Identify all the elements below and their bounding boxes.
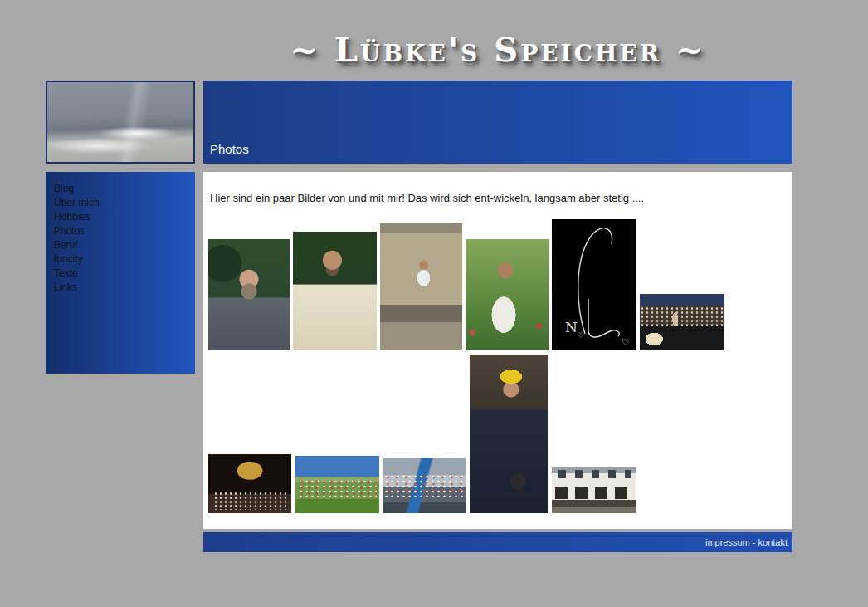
kontakt-link[interactable]: kontakt	[758, 537, 788, 547]
section-banner: Photos	[203, 81, 792, 164]
photo-helmet-cave[interactable]	[470, 355, 548, 513]
sidebar-item-funcity[interactable]: funcity	[54, 252, 195, 267]
footer-bar: impressum - kontakt	[203, 532, 792, 552]
sidebar-item-blog[interactable]: Blog	[54, 182, 195, 196]
sidebar-item-hobbies[interactable]: Hobbies	[54, 210, 195, 224]
svg-text:♡: ♡	[578, 331, 584, 340]
sidebar-item-texte[interactable]: Texte	[54, 267, 195, 281]
sidebar-item-links[interactable]: Links	[54, 281, 195, 295]
intro-text: Hier sind ein paar Bilder von und mit mi…	[210, 192, 786, 205]
building-doors-texture	[555, 487, 632, 499]
impressum-link[interactable]: impressum	[705, 537, 750, 547]
sidebar-item-photos[interactable]: Photos	[54, 224, 195, 238]
photo-harbor-group[interactable]	[383, 458, 466, 513]
section-title: Photos	[210, 142, 249, 156]
photo-row-1: N ♡ ♡	[208, 219, 786, 350]
photo-light-painting[interactable]: N ♡ ♡	[552, 219, 636, 350]
sidebar-header-photo	[46, 81, 195, 164]
svg-text:♡: ♡	[622, 337, 630, 348]
sidebar-nav: Blog Über mich Hobbies Photos Beruf func…	[46, 172, 195, 374]
sidebar-item-beruf[interactable]: Beruf	[54, 238, 195, 252]
photo-festival-crowd[interactable]	[640, 294, 724, 350]
photo-portrait-glasses[interactable]	[208, 239, 290, 350]
site-title: ~ Lübke's Speicher ~	[203, 30, 792, 69]
photo-bench-brick-wall[interactable]	[380, 223, 462, 350]
crowd-texture	[640, 306, 724, 326]
photo-row-2	[208, 355, 786, 513]
sidebar-item-ueber-mich[interactable]: Über mich	[54, 196, 195, 210]
light-painting-strokes: N ♡ ♡	[552, 219, 636, 350]
photo-garden-tshirt[interactable]	[466, 239, 549, 350]
crowd-texture	[298, 479, 377, 500]
photo-hall-mural-group[interactable]	[208, 454, 291, 513]
main-content: Hier sind ein paar Bilder von und mit mi…	[203, 172, 792, 529]
page: ~ Lübke's Speicher ~ Photos Blog Über mi…	[0, 0, 868, 607]
crowd-texture	[213, 492, 286, 509]
photo-meadow-group[interactable]	[295, 456, 379, 513]
photo-speicher-building[interactable]	[552, 467, 636, 513]
crowd-texture	[383, 474, 466, 497]
svg-text:N: N	[565, 319, 578, 335]
building-windows-texture	[558, 470, 631, 478]
photo-portrait-beard[interactable]	[293, 232, 377, 350]
footer-separator: -	[750, 537, 758, 547]
